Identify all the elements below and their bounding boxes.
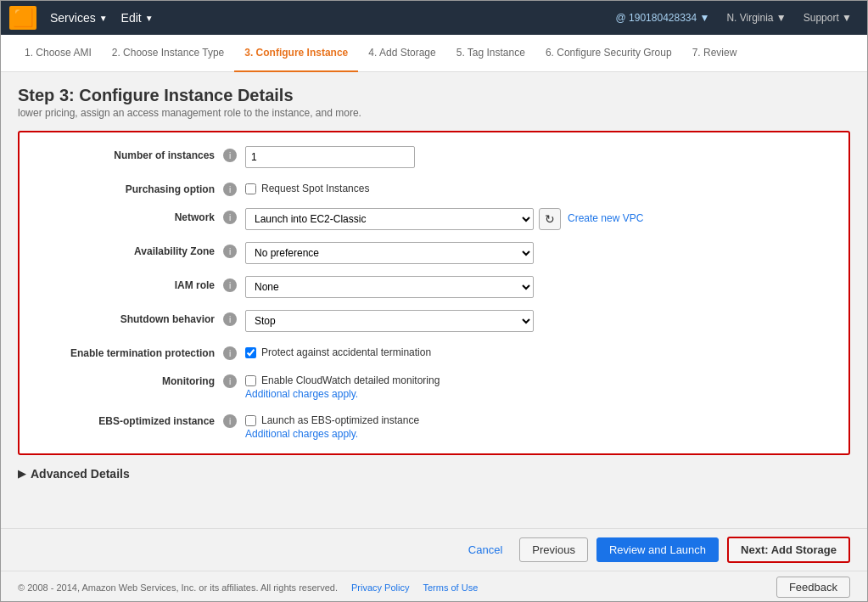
termination-protection-text: Protect against accidental termination — [261, 346, 431, 358]
previous-button[interactable]: Previous — [519, 537, 588, 562]
purchasing-option-label: Purchasing option — [36, 180, 223, 195]
advanced-details-chevron-icon: ▶ — [18, 468, 25, 480]
availability-zone-info[interactable]: i — [223, 245, 237, 258]
network-control: Launch into EC2-Classic ↻ Create new VPC — [245, 208, 832, 230]
copyright-bar: © 2008 - 2014, Amazon Web Services, Inc.… — [1, 571, 867, 602]
termination-protection-info[interactable]: i — [223, 346, 237, 360]
edit-chevron-icon: ▼ — [145, 14, 154, 23]
monitoring-checkbox[interactable] — [245, 375, 256, 386]
purchasing-option-row: Purchasing option i Request Spot Instanc… — [36, 180, 832, 196]
edit-label: Edit — [121, 11, 142, 25]
edit-menu[interactable]: Edit ▼ — [115, 8, 160, 28]
availability-zone-row: Availability Zone i No preference — [36, 242, 832, 264]
monitoring-text: Enable CloudWatch detailed monitoring — [261, 374, 440, 386]
shutdown-behavior-control: Stop — [245, 310, 832, 332]
number-of-instances-row: Number of instances i — [36, 146, 832, 168]
ebs-optimized-label: EBS-optimized instance — [36, 412, 223, 427]
network-select[interactable]: Launch into EC2-Classic — [245, 208, 534, 230]
termination-protection-control: Protect against accidental termination — [245, 344, 832, 358]
ebs-optimized-text: Launch as EBS-optimized instance — [261, 414, 419, 426]
tab-configure-instance[interactable]: 3. Configure Instance — [234, 35, 358, 72]
number-of-instances-input[interactable] — [245, 146, 415, 168]
monitoring-checkbox-label[interactable]: Enable CloudWatch detailed monitoring — [245, 372, 440, 386]
monitoring-info[interactable]: i — [223, 374, 237, 388]
ebs-optimized-control: Launch as EBS-optimized instance Additio… — [245, 412, 832, 440]
ebs-optimized-additional-charges[interactable]: Additional charges apply. — [245, 428, 419, 440]
tab-choose-instance-type[interactable]: 2. Choose Instance Type — [102, 35, 235, 72]
privacy-policy-link[interactable]: Privacy Policy — [351, 582, 409, 593]
review-launch-button[interactable]: Review and Launch — [596, 537, 719, 562]
top-navigation: 🟧 Services ▼ Edit ▼ @ 190180428334 ▼ N. … — [1, 1, 867, 35]
availability-zone-control: No preference — [245, 242, 832, 264]
termination-protection-row: Enable termination protection i Protect … — [36, 344, 832, 360]
monitoring-row: Monitoring i Enable CloudWatch detailed … — [36, 372, 832, 400]
request-spot-instances-text: Request Spot Instances — [261, 183, 369, 194]
monitoring-control: Enable CloudWatch detailed monitoring Ad… — [245, 372, 832, 400]
copyright-text: © 2008 - 2014, Amazon Web Services, Inc.… — [18, 582, 338, 593]
termination-protection-checkbox[interactable] — [245, 347, 256, 358]
iam-role-control: None — [245, 276, 832, 298]
tab-tag-instance[interactable]: 5. Tag Instance — [446, 35, 535, 72]
top-nav-right: @ 190180428334 ▼ N. Virginia ▼ Support ▼ — [609, 8, 859, 27]
shutdown-behavior-row: Shutdown behavior i Stop — [36, 310, 832, 332]
advanced-details-toggle[interactable]: ▶ Advanced Details — [18, 467, 850, 481]
page-title: Step 3: Configure Instance Details — [18, 86, 850, 105]
ebs-optimized-row: EBS-optimized instance i Launch as EBS-o… — [36, 412, 832, 440]
termination-protection-label: Enable termination protection — [36, 344, 223, 359]
page-subtitle: lower pricing, assign an access manageme… — [18, 107, 850, 119]
shutdown-behavior-info[interactable]: i — [223, 312, 237, 326]
account-id[interactable]: @ 190180428334 ▼ — [609, 8, 717, 27]
breadcrumb-bar: 1. Choose AMI 2. Choose Instance Type 3.… — [1, 35, 867, 72]
shutdown-behavior-label: Shutdown behavior — [36, 310, 223, 325]
tab-choose-ami[interactable]: 1. Choose AMI — [14, 35, 102, 72]
number-of-instances-label: Number of instances — [36, 146, 223, 161]
next-add-storage-button[interactable]: Next: Add Storage — [727, 537, 850, 563]
footer-bar: Cancel Previous Review and Launch Next: … — [1, 528, 867, 571]
shutdown-behavior-select[interactable]: Stop — [245, 310, 534, 332]
iam-role-label: IAM role — [36, 276, 223, 291]
create-vpc-link[interactable]: Create new VPC — [568, 208, 643, 224]
iam-role-select[interactable]: None — [245, 276, 534, 298]
purchasing-option-control: Request Spot Instances — [245, 180, 832, 194]
region-selector[interactable]: N. Virginia ▼ — [720, 8, 792, 27]
number-of-instances-control — [245, 146, 832, 168]
services-chevron-icon: ▼ — [99, 14, 108, 23]
network-label: Network — [36, 208, 223, 223]
terms-of-use-link[interactable]: Terms of Use — [423, 582, 478, 593]
termination-protection-checkbox-label[interactable]: Protect against accidental termination — [245, 344, 431, 358]
ebs-optimized-checkbox[interactable] — [245, 415, 256, 426]
cancel-button[interactable]: Cancel — [460, 538, 511, 561]
availability-zone-select[interactable]: No preference — [245, 242, 534, 264]
aws-logo: 🟧 — [9, 6, 36, 30]
ebs-optimized-info[interactable]: i — [223, 414, 237, 428]
availability-zone-label: Availability Zone — [36, 242, 223, 257]
main-content: Step 3: Configure Instance Details lower… — [1, 72, 867, 528]
services-label: Services — [50, 11, 96, 25]
request-spot-instances-label[interactable]: Request Spot Instances — [245, 180, 369, 194]
tab-review[interactable]: 7. Review — [682, 35, 748, 72]
services-menu[interactable]: Services ▼ — [43, 8, 115, 28]
monitoring-additional-charges[interactable]: Additional charges apply. — [245, 388, 440, 400]
advanced-details-label: Advanced Details — [31, 467, 130, 481]
number-of-instances-info[interactable]: i — [223, 149, 237, 162]
iam-role-row: IAM role i None — [36, 276, 832, 298]
iam-role-info[interactable]: i — [223, 278, 237, 292]
purchasing-option-info[interactable]: i — [223, 183, 237, 196]
tab-configure-security-group[interactable]: 6. Configure Security Group — [535, 35, 682, 72]
feedback-button[interactable]: Feedback — [776, 577, 850, 598]
request-spot-instances-checkbox[interactable] — [245, 183, 256, 194]
network-info[interactable]: i — [223, 211, 237, 224]
configure-instance-form: Number of instances i Purchasing option … — [18, 131, 850, 455]
network-row: Network i Launch into EC2-Classic ↻ Crea… — [36, 208, 832, 230]
tab-add-storage[interactable]: 4. Add Storage — [358, 35, 445, 72]
support-menu[interactable]: Support ▼ — [797, 8, 859, 27]
monitoring-label: Monitoring — [36, 372, 223, 387]
ebs-optimized-checkbox-label[interactable]: Launch as EBS-optimized instance — [245, 412, 419, 426]
network-refresh-button[interactable]: ↻ — [539, 208, 561, 230]
